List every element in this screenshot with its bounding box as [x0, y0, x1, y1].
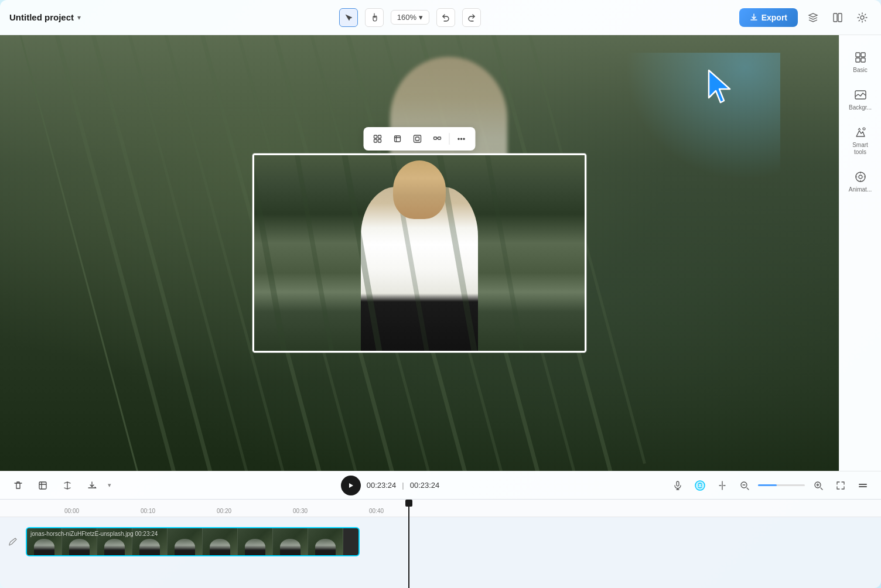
svg-rect-8 [414, 135, 421, 142]
ai-button[interactable] [691, 477, 709, 494]
current-time: 00:23:24 [367, 481, 397, 490]
right-playback-controls [669, 477, 872, 494]
time-separator: | [402, 481, 404, 490]
playhead-head [405, 500, 412, 507]
timeline-zoom-slider[interactable] [758, 484, 805, 486]
clip-label: jonas-horsch-niZuHFtetzE-unsplash.jpg 00… [30, 531, 158, 537]
layers-button[interactable] [804, 8, 822, 27]
animate-label: Animat... [849, 186, 872, 193]
panel-item-animate[interactable]: Animat... [843, 164, 878, 199]
film-frame-5 [168, 528, 203, 555]
svg-rect-13 [856, 58, 860, 62]
fullscreen-button[interactable] [832, 477, 849, 494]
clip-multi-button[interactable] [429, 131, 446, 147]
zoom-out-button[interactable] [736, 477, 753, 494]
ruler-mark-0: 00:00 [64, 508, 141, 514]
track-content-video: jonas-horsch-niZuHFtetzE-unsplash.jpg 00… [26, 527, 876, 556]
more-options-button[interactable] [854, 477, 872, 494]
selected-clip-frame[interactable] [252, 153, 586, 353]
select-tool-button[interactable] [339, 8, 358, 27]
track-row-video: jonas-horsch-niZuHFtetzE-unsplash.jpg 00… [0, 524, 881, 559]
svg-rect-0 [834, 13, 837, 22]
zoom-select[interactable]: 160% ▾ [391, 10, 429, 25]
clip-floating-toolbar: ••• [364, 127, 476, 151]
export-button[interactable]: Export [739, 8, 798, 27]
ruler-mark-1: 00:10 [141, 508, 217, 514]
basic-icon [853, 50, 868, 64]
dropdown-indicator: ▾ [108, 481, 111, 489]
undo-button[interactable] [436, 8, 455, 27]
timeline-area: 00:00 00:10 00:20 00:30 00:40 [0, 499, 881, 588]
right-panel: Basic Backgr... Smart tools [839, 35, 881, 471]
svg-rect-9 [416, 137, 419, 141]
clip-block[interactable]: jonas-horsch-niZuHFtetzE-unsplash.jpg 00… [26, 527, 360, 556]
redo-button[interactable] [462, 8, 481, 27]
svg-rect-15 [861, 58, 865, 62]
layout-button[interactable] [828, 8, 847, 27]
canvas-container[interactable]: ••• [0, 35, 839, 471]
smart-tools-label: Smart tools [848, 142, 873, 156]
delete-button[interactable] [9, 477, 27, 494]
split-button[interactable] [713, 477, 731, 494]
project-title: Untitled project [9, 12, 74, 22]
svg-rect-3 [374, 135, 377, 138]
clip-content [254, 155, 585, 351]
play-button[interactable] [341, 476, 361, 495]
download-button[interactable] [83, 477, 101, 494]
settings-button[interactable] [853, 8, 872, 27]
timeline-tracks: jonas-horsch-niZuHFtetzE-unsplash.jpg 00… [0, 517, 881, 559]
film-frame-8 [273, 528, 308, 555]
timeline-ruler: 00:00 00:10 00:20 00:30 00:40 [0, 500, 881, 517]
flip-button[interactable] [59, 477, 76, 494]
bottom-toolbar: ▾ 00:23:24 | 00:23:24 [0, 471, 881, 499]
ruler-mark-3: 00:30 [293, 508, 369, 514]
svg-point-24 [698, 485, 699, 486]
slider-track [758, 484, 805, 486]
film-frame-7 [238, 528, 273, 555]
total-time: 00:23:24 [410, 481, 440, 490]
background-label: Backgr... [849, 104, 872, 111]
svg-point-25 [701, 485, 702, 486]
timeline-playhead[interactable] [408, 500, 409, 588]
svg-rect-29 [859, 486, 867, 487]
svg-rect-10 [434, 137, 437, 139]
svg-rect-5 [378, 135, 381, 138]
zoom-in-button[interactable] [810, 477, 827, 494]
svg-point-17 [863, 128, 865, 130]
hand-tool-button[interactable] [365, 8, 384, 27]
panel-item-smart-tools[interactable]: Smart tools [843, 119, 878, 162]
header-right: Export [739, 8, 872, 27]
ruler-mark-4: 00:40 [369, 508, 445, 514]
smart-tools-icon [853, 125, 868, 139]
panel-item-background[interactable]: Backgr... [843, 82, 878, 117]
svg-rect-4 [378, 139, 381, 142]
panel-item-basic[interactable]: Basic [843, 45, 878, 80]
microphone-button[interactable] [669, 477, 687, 494]
track-edit-icon[interactable] [5, 534, 21, 550]
svg-rect-7 [395, 136, 401, 142]
film-frame-6 [203, 528, 238, 555]
slider-fill [758, 484, 777, 486]
ruler-mark-2: 00:20 [217, 508, 293, 514]
clip-steel-overlay [254, 155, 585, 351]
animate-icon [853, 170, 868, 184]
film-frame-9 [308, 528, 343, 555]
svg-point-2 [860, 16, 864, 19]
clip-fit-button[interactable] [370, 131, 386, 147]
clip-more-button[interactable]: ••• [453, 131, 470, 147]
crop-timeline-button[interactable] [34, 477, 52, 494]
svg-rect-11 [438, 137, 441, 139]
svg-rect-28 [859, 484, 867, 485]
clip-frame-button[interactable] [409, 131, 426, 147]
clip-crop-button[interactable] [390, 131, 406, 147]
svg-rect-21 [677, 481, 679, 486]
toolbar-divider [449, 133, 450, 145]
header: Untitled project ▾ 160% ▾ [0, 0, 881, 35]
main-content: ••• [0, 35, 881, 471]
basic-label: Basic [853, 67, 867, 74]
header-center-tools: 160% ▾ [81, 8, 739, 27]
project-title-area: Untitled project ▾ [9, 12, 81, 22]
ruler-marks: 00:00 00:10 00:20 00:30 00:40 [64, 508, 881, 514]
background-icon [853, 88, 868, 102]
svg-rect-1 [838, 13, 842, 22]
